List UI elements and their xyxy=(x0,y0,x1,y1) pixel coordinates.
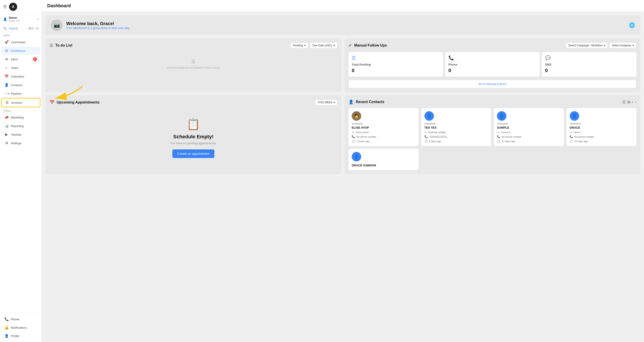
contact-name-elise: ELISE AYOP xyxy=(352,126,369,129)
total-pending-stat: ☰ Total Pending 0 xyxy=(348,52,443,77)
mfu-icon: ✔ xyxy=(348,43,352,48)
sidebar-item-dashboard[interactable]: ⊞ Dashboard xyxy=(1,47,40,55)
create-appointment-button[interactable]: Create an appointment xyxy=(172,149,214,158)
welcome-title: Welcome back, Grace! xyxy=(66,21,130,26)
sidebar-item-label: Reporting xyxy=(11,124,24,128)
account-icon: 👤 xyxy=(3,18,7,21)
sidebar-item-label: Profile xyxy=(11,334,19,338)
contact-name-grace-samson: GRACE SAMSON xyxy=(352,164,376,167)
todo-empty: ☰ common.taskList.noTasksForThisContact xyxy=(50,52,337,76)
phone-stat: 📞 Phone 0 xyxy=(445,52,540,77)
contact-avatar-tes: 👤 xyxy=(424,111,434,121)
dashboard-icon: ⊞ xyxy=(4,49,8,53)
sidebar-item-notifications[interactable]: 🔔 Notifications xyxy=(1,323,40,331)
contact-card-grace-samson[interactable]: 👤 GRACE SAMSON xyxy=(348,149,418,170)
sidebar-item-label: Youtube xyxy=(11,133,22,136)
inbox-badge: 0 xyxy=(33,57,37,61)
tasks-icon: ✓ xyxy=(4,66,8,70)
sms-stat: 💬 SMS 0 xyxy=(542,52,636,77)
contact-card-tes[interactable]: 👤 TES TES 🗂 booking_widget 📞 +639165 xyxy=(421,108,491,146)
sidebar-item-contacts[interactable]: 👤 Contacts xyxy=(1,81,40,89)
invoices-icon: ☰ xyxy=(5,101,9,105)
sidebar: ☰ A 👤 Demo Irvine, CA ▾ 🔍 Search ⌘ K ⇄ A… xyxy=(0,0,42,342)
sidebar-item-tasks[interactable]: ✓ Tasks xyxy=(1,64,40,72)
contact-phone-tes: 📞 +639165232321 xyxy=(424,135,447,138)
contact-source-tes: 🗂 booking_widget xyxy=(424,131,446,134)
sms-stat-label: SMS xyxy=(545,63,633,66)
next-contacts-icon[interactable]: › xyxy=(635,100,636,104)
help-icon[interactable]: 🌐 xyxy=(629,22,635,28)
avatar-icon-grace: 👤 xyxy=(572,114,577,118)
pending-filter[interactable]: Pending ▾ xyxy=(290,43,308,48)
sidebar-item-profile[interactable]: 👤 Profile xyxy=(1,332,40,340)
contact-time-elise: 🕐 5 hours ago xyxy=(352,140,370,143)
this-week-chevron-icon: ▾ xyxy=(334,101,335,104)
manual-follow-ups-card: ✔ Manual Follow Ups Select Campaign / Wo… xyxy=(344,39,640,92)
welcome-subtitle: Your dashboard is a great place to start… xyxy=(66,26,130,30)
contacts-grid: 🧑 ELISE AYOP 🗂 None found 📞 No phone xyxy=(348,108,636,146)
account-chevron-icon: ▾ xyxy=(37,18,38,21)
sidebar-item-reporting[interactable]: 📊 Reporting xyxy=(1,122,40,130)
sidebar-item-pipeline[interactable]: ⟶ Pipeline xyxy=(1,90,40,98)
contact-card-sample[interactable]: 👤 SAMPLE 🗂 survey 0 📞 No phone numbe xyxy=(494,108,564,146)
contact-avatar-grace-samson: 👤 xyxy=(352,152,361,161)
contacts-header-icon: 👤 xyxy=(348,100,354,104)
contact-card-elise[interactable]: 🧑 ELISE AYOP 🗂 None found 📞 No phone xyxy=(348,108,418,146)
avatar-photo-icon: 🧑 xyxy=(354,114,359,118)
inbox-icon: ✉ xyxy=(4,57,8,61)
notifications-icon: 🔔 xyxy=(4,325,8,329)
todo-icon: ☰ xyxy=(50,43,53,48)
search-bar[interactable]: 🔍 Search ⌘ K ⇄ xyxy=(0,25,42,32)
marketing-icon: 📣 xyxy=(4,115,8,119)
contact-name-sample: SAMPLE xyxy=(497,126,509,129)
due-date-filter[interactable]: Due Date (ASC) ▾ xyxy=(310,43,337,48)
todo-header: ☰ To do List Pending ▾ Due Date (ASC) ▾ xyxy=(50,43,337,48)
source-icon-sample: 🗂 xyxy=(497,131,500,134)
sidebar-item-label: Settings xyxy=(11,142,22,145)
grid-view-icon[interactable]: ⊞ xyxy=(627,100,630,104)
contact-name-tes: TES TES xyxy=(424,126,437,129)
contacts-controls: ☰ ⊞ ‹ › xyxy=(622,100,636,104)
assignee-filter[interactable]: Select Assignee ▾ xyxy=(610,43,636,48)
topbar: Dashboard xyxy=(42,0,644,12)
contact-avatar-elise: 🧑 xyxy=(352,111,361,121)
sms-stat-icon: 💬 xyxy=(545,55,633,61)
menu-icon[interactable]: ☰ xyxy=(3,4,7,9)
sidebar-item-settings[interactable]: ⚙ Settings xyxy=(1,139,40,147)
list-view-icon[interactable]: ☰ xyxy=(622,100,626,104)
phone-icon-tes: 📞 xyxy=(424,135,428,138)
manual-actions-button[interactable]: Go to Manual Actions xyxy=(348,80,636,88)
assignee-label: Select Assignee xyxy=(612,44,631,47)
prev-contacts-icon[interactable]: ‹ xyxy=(632,100,633,104)
phone-icon: 📞 xyxy=(4,317,8,321)
sidebar-item-label: Pipeline xyxy=(11,92,21,95)
sidebar-item-launchpad[interactable]: 🚀 Launchpad xyxy=(1,38,40,46)
sidebar-item-inbox[interactable]: ✉ Inbox 0 xyxy=(1,55,40,63)
schedule-empty-icon: 📋 xyxy=(54,118,333,131)
sidebar-item-label: Calendars xyxy=(11,75,24,78)
recent-contacts-card: 👤 Recent Contacts ☰ ⊞ ‹ › 🧑 xyxy=(344,95,640,174)
sidebar-item-phone[interactable]: 📞 Phone xyxy=(1,315,40,323)
mfu-stats: ☰ Total Pending 0 📞 Phone 0 💬 SMS 0 xyxy=(348,52,636,77)
contact-time-tes: 🕐 8 days ago xyxy=(424,140,442,143)
main-content: Dashboard 📷 Welcome back, Grace! Your da… xyxy=(42,0,644,342)
phone-icon-grace: 📞 xyxy=(570,135,573,138)
sidebar-item-invoices[interactable]: ☰ Invoices xyxy=(1,98,40,107)
sidebar-item-youtube[interactable]: ▶ Youtube xyxy=(1,130,40,139)
camera-icon: 📷 xyxy=(54,22,60,28)
sidebar-bottom: 📞 Phone 🔔 Notifications 👤 Profile xyxy=(0,313,42,342)
campaign-filter[interactable]: Select Campaign / Workflow ▾ xyxy=(566,43,608,48)
sidebar-item-calendars[interactable]: 📅 Calendars xyxy=(1,72,40,81)
account-switcher[interactable]: 👤 Demo Irvine, CA ▾ xyxy=(0,14,42,25)
avatar-icon-grace-samson: 👤 xyxy=(354,154,359,159)
search-label: Search xyxy=(8,27,18,30)
contacts-grid-row2: 👤 GRACE SAMSON xyxy=(348,149,636,170)
contact-card-grace[interactable]: 👤 GRACE 🗂 form 2 📞 No phone number xyxy=(566,108,636,146)
welcome-banner: 📷 Welcome back, Grace! Your dashboard is… xyxy=(46,15,640,35)
contacts-title: Recent Contacts xyxy=(356,100,384,104)
avatar-icon-tes: 👤 xyxy=(427,114,432,118)
pending-chevron-icon: ▾ xyxy=(304,44,306,47)
search-icon: 🔍 xyxy=(3,27,7,30)
sidebar-item-marketing[interactable]: 📣 Marketing xyxy=(1,113,40,121)
this-week-filter[interactable]: THIS WEEK ▾ xyxy=(315,100,337,105)
